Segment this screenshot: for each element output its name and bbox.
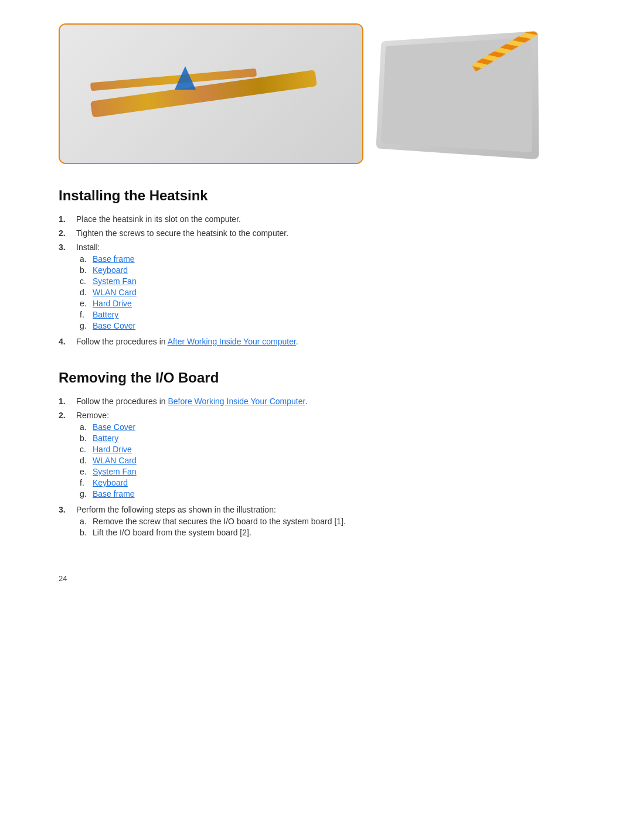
sub-a-letter: a. <box>76 254 93 264</box>
remove-step3-content: Perform the following steps as shown in … <box>76 505 574 539</box>
step3-sub-b-text: Lift the I/O board from the system board… <box>93 528 251 537</box>
step4-num: 4. <box>59 337 76 346</box>
laptop-side-image <box>376 31 539 159</box>
step3-sub-b-letter: b. <box>76 528 93 537</box>
install-sub-b: b. Keyboard <box>76 265 574 275</box>
step1-num: 1. <box>59 214 76 224</box>
heatsink-main-image <box>59 23 363 164</box>
hard-drive-link-2[interactable]: Hard Drive <box>93 445 132 454</box>
remove-sub-b-letter: b. <box>76 433 93 443</box>
heatsink-diagram <box>59 23 574 164</box>
remove-sub-e: e. System Fan <box>76 467 574 476</box>
remove-sub-c-letter: c. <box>76 445 93 454</box>
install-sub-a: a. Base frame <box>76 254 574 264</box>
base-cover-link-2[interactable]: Base Cover <box>93 422 135 432</box>
remove-step-1: 1. Follow the procedures in Before Worki… <box>59 397 574 406</box>
step3-text: Install: <box>76 243 100 252</box>
install-step-1: 1. Place the heatsink in its slot on the… <box>59 214 574 224</box>
diagonal-stripe <box>472 31 539 72</box>
battery-link-1[interactable]: Battery <box>93 310 118 319</box>
sub-f-letter: f. <box>76 310 93 319</box>
remove-sub-c: c. Hard Drive <box>76 445 574 454</box>
remove-step1-num: 1. <box>59 397 76 406</box>
step3-sub-a-text: Remove the screw that secures the I/O bo… <box>93 517 346 526</box>
wlan-card-link-2[interactable]: WLAN Card <box>93 456 137 465</box>
system-fan-link-2[interactable]: System Fan <box>93 467 137 476</box>
step3-sub-b: b. Lift the I/O board from the system bo… <box>76 528 574 537</box>
after-working-link[interactable]: After Working Inside Your computer <box>168 337 296 346</box>
keyboard-link-2[interactable]: Keyboard <box>93 478 128 487</box>
step1-text: Place the heatsink in its slot on the co… <box>76 214 574 224</box>
remove-sub-f: f. Keyboard <box>76 478 574 487</box>
step3-sub-a-letter: a. <box>76 517 93 526</box>
remove-sub-f-letter: f. <box>76 478 93 487</box>
sub-b-letter: b. <box>76 265 93 275</box>
remove-sub-g-letter: g. <box>76 489 93 498</box>
section1-title: Installing the Heatsink <box>59 187 574 204</box>
before-working-link[interactable]: Before Working Inside Your Computer <box>168 397 305 406</box>
base-frame-link[interactable]: Base frame <box>93 254 135 264</box>
remove-step2-text: Remove: <box>76 411 109 420</box>
base-cover-link-1[interactable]: Base Cover <box>93 321 135 330</box>
install-step-4: 4. Follow the procedures in After Workin… <box>59 337 574 346</box>
remove-step1-suffix: . <box>305 397 307 406</box>
system-fan-link-1[interactable]: System Fan <box>93 276 137 286</box>
section2-title: Removing the I/O Board <box>59 370 574 386</box>
install-sub-e: e. Hard Drive <box>76 299 574 308</box>
step4-suffix: . <box>296 337 298 346</box>
step2-text: Tighten the screws to secure the heatsin… <box>76 228 574 238</box>
wlan-card-link-1[interactable]: WLAN Card <box>93 288 137 297</box>
step4-text: Follow the procedures in <box>76 337 168 346</box>
remove-step2-content: Remove: a. Base Cover b. Battery c. Hard… <box>76 411 574 500</box>
install-sub-d: d. WLAN Card <box>76 288 574 297</box>
keyboard-link-1[interactable]: Keyboard <box>93 265 128 275</box>
remove-step3-num: 3. <box>59 505 76 514</box>
install-steps-list: 1. Place the heatsink in its slot on the… <box>59 214 574 346</box>
install-step-3: 3. Install: a. Base frame b. Keyboard c.… <box>59 243 574 332</box>
remove-sub-e-letter: e. <box>76 467 93 476</box>
battery-link-2[interactable]: Battery <box>93 433 118 443</box>
base-frame-link-2[interactable]: Base frame <box>93 489 135 498</box>
install-sublist: a. Base frame b. Keyboard c. System Fan … <box>76 254 574 330</box>
page-number: 24 <box>59 574 574 583</box>
remove-step-3: 3. Perform the following steps as shown … <box>59 505 574 539</box>
remove-sub-b: b. Battery <box>76 433 574 443</box>
sub-e-letter: e. <box>76 299 93 308</box>
sub-g-letter: g. <box>76 321 93 330</box>
installing-heatsink-section: Installing the Heatsink 1. Place the hea… <box>59 187 574 346</box>
install-step-2: 2. Tighten the screws to secure the heat… <box>59 228 574 238</box>
remove-sub-a-letter: a. <box>76 422 93 432</box>
step3-content: Install: a. Base frame b. Keyboard c. Sy… <box>76 243 574 332</box>
step3-sublist: a. Remove the screw that secures the I/O… <box>76 517 574 537</box>
install-sub-f: f. Battery <box>76 310 574 319</box>
sub-d-letter: d. <box>76 288 93 297</box>
remove-step1-prefix: Follow the procedures in <box>76 397 168 406</box>
remove-sub-a: a. Base Cover <box>76 422 574 432</box>
step4-content: Follow the procedures in After Working I… <box>76 337 574 346</box>
sub-c-letter: c. <box>76 276 93 286</box>
install-sub-g: g. Base Cover <box>76 321 574 330</box>
install-arrow <box>175 66 196 90</box>
remove-step3-text: Perform the following steps as shown in … <box>76 505 276 514</box>
remove-step-2: 2. Remove: a. Base Cover b. Battery c. H… <box>59 411 574 500</box>
step3-sub-a: a. Remove the screw that secures the I/O… <box>76 517 574 526</box>
remove-sublist: a. Base Cover b. Battery c. Hard Drive d… <box>76 422 574 498</box>
remove-steps-list: 1. Follow the procedures in Before Worki… <box>59 397 574 539</box>
remove-step1-content: Follow the procedures in Before Working … <box>76 397 574 406</box>
remove-sub-d: d. WLAN Card <box>76 456 574 465</box>
step2-num: 2. <box>59 228 76 238</box>
remove-step2-num: 2. <box>59 411 76 420</box>
step3-num: 3. <box>59 243 76 252</box>
remove-sub-d-letter: d. <box>76 456 93 465</box>
remove-sub-g: g. Base frame <box>76 489 574 498</box>
install-sub-c: c. System Fan <box>76 276 574 286</box>
hard-drive-link-1[interactable]: Hard Drive <box>93 299 132 308</box>
removing-io-board-section: Removing the I/O Board 1. Follow the pro… <box>59 370 574 539</box>
